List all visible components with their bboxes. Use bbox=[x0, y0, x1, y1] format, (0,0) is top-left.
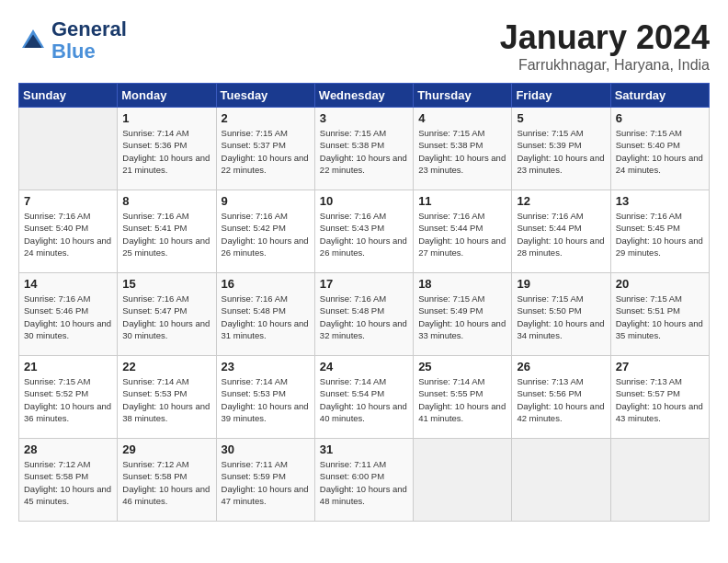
day-number: 2 bbox=[222, 111, 310, 125]
day-cell: 16 Sunrise: 7:16 AM Sunset: 5:48 PM Dayl… bbox=[216, 273, 314, 356]
day-cell: 4 Sunrise: 7:15 AM Sunset: 5:38 PM Dayli… bbox=[414, 108, 512, 190]
cell-text: Sunrise: 7:16 AM Sunset: 5:41 PM Dayligh… bbox=[122, 210, 210, 259]
day-cell bbox=[19, 108, 118, 190]
day-number: 6 bbox=[616, 111, 704, 125]
day-cell: 2 Sunrise: 7:15 AM Sunset: 5:37 PM Dayli… bbox=[216, 108, 314, 190]
cell-text: Sunrise: 7:16 AM Sunset: 5:47 PM Dayligh… bbox=[122, 293, 210, 341]
day-number: 10 bbox=[320, 194, 408, 208]
day-number: 24 bbox=[320, 360, 408, 373]
day-number: 4 bbox=[418, 111, 506, 125]
day-number: 27 bbox=[616, 360, 704, 373]
col-header-tuesday: Tuesday bbox=[216, 84, 314, 108]
day-number: 15 bbox=[122, 277, 210, 291]
col-header-friday: Friday bbox=[512, 84, 610, 108]
day-number: 14 bbox=[24, 277, 112, 291]
day-number: 13 bbox=[616, 194, 704, 208]
day-number: 23 bbox=[222, 360, 310, 373]
day-number: 12 bbox=[517, 194, 605, 208]
day-cell: 30 Sunrise: 7:11 AM Sunset: 5:59 PM Dayl… bbox=[216, 439, 314, 522]
day-number: 31 bbox=[320, 442, 408, 456]
cell-text: Sunrise: 7:15 AM Sunset: 5:38 PM Dayligh… bbox=[418, 127, 506, 176]
cell-text: Sunrise: 7:14 AM Sunset: 5:53 PM Dayligh… bbox=[122, 375, 210, 424]
cell-text: Sunrise: 7:15 AM Sunset: 5:40 PM Dayligh… bbox=[616, 127, 704, 176]
cell-text: Sunrise: 7:11 AM Sunset: 6:00 PM Dayligh… bbox=[320, 458, 408, 507]
day-number: 20 bbox=[616, 277, 704, 291]
day-cell: 6 Sunrise: 7:15 AM Sunset: 5:40 PM Dayli… bbox=[610, 108, 709, 190]
day-number: 21 bbox=[24, 360, 112, 373]
cell-text: Sunrise: 7:14 AM Sunset: 5:53 PM Dayligh… bbox=[222, 375, 310, 424]
day-cell: 22 Sunrise: 7:14 AM Sunset: 5:53 PM Dayl… bbox=[118, 356, 216, 439]
day-cell bbox=[512, 439, 610, 522]
cell-text: Sunrise: 7:14 AM Sunset: 5:55 PM Dayligh… bbox=[418, 375, 506, 424]
day-cell: 31 Sunrise: 7:11 AM Sunset: 6:00 PM Dayl… bbox=[314, 439, 413, 522]
day-cell: 9 Sunrise: 7:16 AM Sunset: 5:42 PM Dayli… bbox=[216, 190, 314, 273]
week-row-4: 21 Sunrise: 7:15 AM Sunset: 5:52 PM Dayl… bbox=[19, 356, 710, 439]
day-number: 5 bbox=[517, 111, 605, 125]
day-number: 22 bbox=[122, 360, 210, 373]
logo-icon bbox=[18, 26, 48, 55]
day-number: 3 bbox=[320, 111, 408, 125]
cell-text: Sunrise: 7:15 AM Sunset: 5:38 PM Dayligh… bbox=[320, 127, 408, 176]
day-cell: 7 Sunrise: 7:16 AM Sunset: 5:40 PM Dayli… bbox=[19, 190, 118, 273]
day-number: 11 bbox=[418, 194, 506, 208]
col-header-saturday: Saturday bbox=[610, 84, 709, 108]
day-cell: 28 Sunrise: 7:12 AM Sunset: 5:58 PM Dayl… bbox=[19, 439, 118, 522]
cell-text: Sunrise: 7:15 AM Sunset: 5:52 PM Dayligh… bbox=[24, 375, 112, 424]
cell-text: Sunrise: 7:15 AM Sunset: 5:39 PM Dayligh… bbox=[517, 127, 605, 176]
day-cell: 15 Sunrise: 7:16 AM Sunset: 5:47 PM Dayl… bbox=[118, 273, 216, 356]
cell-text: Sunrise: 7:15 AM Sunset: 5:50 PM Dayligh… bbox=[517, 293, 605, 341]
day-number: 25 bbox=[418, 360, 506, 373]
day-cell: 5 Sunrise: 7:15 AM Sunset: 5:39 PM Dayli… bbox=[512, 108, 610, 190]
cell-text: Sunrise: 7:16 AM Sunset: 5:43 PM Dayligh… bbox=[320, 210, 408, 259]
day-number: 28 bbox=[24, 442, 112, 456]
day-number: 19 bbox=[517, 277, 605, 291]
day-number: 7 bbox=[24, 194, 112, 208]
cell-text: Sunrise: 7:11 AM Sunset: 5:59 PM Dayligh… bbox=[222, 458, 310, 507]
day-number: 26 bbox=[517, 360, 605, 373]
cell-text: Sunrise: 7:16 AM Sunset: 5:45 PM Dayligh… bbox=[616, 210, 704, 259]
cell-text: Sunrise: 7:12 AM Sunset: 5:58 PM Dayligh… bbox=[24, 458, 112, 507]
cell-text: Sunrise: 7:15 AM Sunset: 5:51 PM Dayligh… bbox=[616, 293, 704, 341]
day-number: 18 bbox=[418, 277, 506, 291]
cell-text: Sunrise: 7:16 AM Sunset: 5:42 PM Dayligh… bbox=[222, 210, 310, 259]
day-number: 9 bbox=[222, 194, 310, 208]
cell-text: Sunrise: 7:13 AM Sunset: 5:56 PM Dayligh… bbox=[517, 375, 605, 424]
day-cell: 19 Sunrise: 7:15 AM Sunset: 5:50 PM Dayl… bbox=[512, 273, 610, 356]
day-number: 17 bbox=[320, 277, 408, 291]
day-cell: 12 Sunrise: 7:16 AM Sunset: 5:44 PM Dayl… bbox=[512, 190, 610, 273]
logo-text: GeneralBlue bbox=[51, 18, 127, 63]
week-row-2: 7 Sunrise: 7:16 AM Sunset: 5:40 PM Dayli… bbox=[19, 190, 710, 273]
week-row-1: 1 Sunrise: 7:14 AM Sunset: 5:36 PM Dayli… bbox=[19, 108, 710, 190]
month-title: January 2024 bbox=[500, 18, 710, 57]
cell-text: Sunrise: 7:15 AM Sunset: 5:37 PM Dayligh… bbox=[222, 127, 310, 176]
day-number: 30 bbox=[222, 442, 310, 456]
day-number: 8 bbox=[122, 194, 210, 208]
day-number: 1 bbox=[122, 111, 210, 125]
day-number: 29 bbox=[122, 442, 210, 456]
header-row: SundayMondayTuesdayWednesdayThursdayFrid… bbox=[19, 84, 710, 108]
day-cell bbox=[610, 439, 709, 522]
page-header: GeneralBlue January 2024 Farrukhnagar, H… bbox=[18, 18, 710, 74]
col-header-wednesday: Wednesday bbox=[314, 84, 413, 108]
day-cell: 26 Sunrise: 7:13 AM Sunset: 5:56 PM Dayl… bbox=[512, 356, 610, 439]
cell-text: Sunrise: 7:15 AM Sunset: 5:49 PM Dayligh… bbox=[418, 293, 506, 341]
day-cell: 14 Sunrise: 7:16 AM Sunset: 5:46 PM Dayl… bbox=[19, 273, 118, 356]
col-header-thursday: Thursday bbox=[414, 84, 512, 108]
cell-text: Sunrise: 7:16 AM Sunset: 5:44 PM Dayligh… bbox=[517, 210, 605, 259]
day-cell: 3 Sunrise: 7:15 AM Sunset: 5:38 PM Dayli… bbox=[314, 108, 413, 190]
day-cell: 23 Sunrise: 7:14 AM Sunset: 5:53 PM Dayl… bbox=[216, 356, 314, 439]
day-cell: 17 Sunrise: 7:16 AM Sunset: 5:48 PM Dayl… bbox=[314, 273, 413, 356]
day-number: 16 bbox=[222, 277, 310, 291]
col-header-sunday: Sunday bbox=[19, 84, 118, 108]
location: Farrukhnagar, Haryana, India bbox=[500, 57, 710, 74]
cell-text: Sunrise: 7:14 AM Sunset: 5:54 PM Dayligh… bbox=[320, 375, 408, 424]
week-row-5: 28 Sunrise: 7:12 AM Sunset: 5:58 PM Dayl… bbox=[19, 439, 710, 522]
cell-text: Sunrise: 7:16 AM Sunset: 5:48 PM Dayligh… bbox=[320, 293, 408, 341]
day-cell bbox=[414, 439, 512, 522]
day-cell: 25 Sunrise: 7:14 AM Sunset: 5:55 PM Dayl… bbox=[414, 356, 512, 439]
cell-text: Sunrise: 7:14 AM Sunset: 5:36 PM Dayligh… bbox=[122, 127, 210, 176]
logo: GeneralBlue bbox=[18, 18, 127, 63]
cell-text: Sunrise: 7:16 AM Sunset: 5:44 PM Dayligh… bbox=[418, 210, 506, 259]
day-cell: 18 Sunrise: 7:15 AM Sunset: 5:49 PM Dayl… bbox=[414, 273, 512, 356]
cell-text: Sunrise: 7:13 AM Sunset: 5:57 PM Dayligh… bbox=[616, 375, 704, 424]
